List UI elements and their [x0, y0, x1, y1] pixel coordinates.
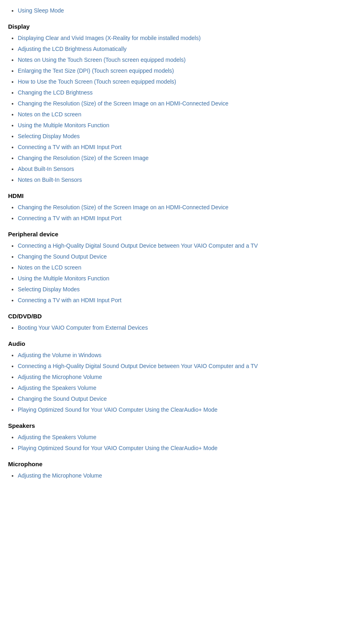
- section-header-microphone: Microphone: [8, 461, 331, 467]
- link[interactable]: How to Use the Touch Screen (Touch scree…: [18, 78, 176, 85]
- link[interactable]: About Built-In Sensors: [18, 166, 74, 172]
- list-item: Displaying Clear and Vivid Images (X-Rea…: [18, 34, 331, 42]
- section-list-peripheral: Connecting a High-Quality Digital Sound …: [8, 242, 331, 305]
- list-item: Changing the Sound Output Device: [18, 253, 331, 261]
- list-item: How to Use the Touch Screen (Touch scree…: [18, 78, 331, 86]
- list-item: Notes on the LCD screen: [18, 110, 331, 119]
- link[interactable]: Adjusting the LCD Brightness Automatical…: [18, 46, 126, 52]
- list-item: Adjusting the Microphone Volume: [18, 373, 331, 381]
- section-header-peripheral: Peripheral device: [8, 231, 331, 238]
- link[interactable]: Connecting a TV with an HDMI Input Port: [18, 144, 122, 150]
- list-item: Using the Multiple Monitors Function: [18, 274, 331, 283]
- list-item: Connecting a TV with an HDMI Input Port: [18, 214, 331, 223]
- link[interactable]: Connecting a High-Quality Digital Sound …: [18, 242, 258, 249]
- list-item: Adjusting the Microphone Volume: [18, 471, 331, 480]
- list-item: Selecting Display Modes: [18, 285, 331, 294]
- list-item: Enlarging the Text Size (DPI) (Touch scr…: [18, 67, 331, 75]
- link[interactable]: Changing the Sound Output Device: [18, 396, 107, 402]
- link[interactable]: Adjusting the Speakers Volume: [18, 434, 97, 440]
- list-item: Notes on Built-In Sensors: [18, 176, 331, 184]
- link[interactable]: Changing the Sound Output Device: [18, 253, 107, 260]
- section-list-microphone: Adjusting the Microphone Volume: [8, 471, 331, 480]
- link[interactable]: Changing the Resolution (Size) of the Sc…: [18, 204, 228, 210]
- link[interactable]: Playing Optimized Sound for Your VAIO Co…: [18, 445, 217, 451]
- link[interactable]: Selecting Display Modes: [18, 133, 80, 139]
- list-item: Adjusting the Speakers Volume: [18, 433, 331, 442]
- link[interactable]: Using Sleep Mode: [18, 7, 64, 14]
- list-item: Connecting a High-Quality Digital Sound …: [18, 242, 331, 250]
- list-item: Changing the Resolution (Size) of the Sc…: [18, 99, 331, 108]
- list-item: Changing the LCD Brightness: [18, 88, 331, 97]
- list-item: Playing Optimized Sound for Your VAIO Co…: [18, 444, 331, 452]
- section-header-audio: Audio: [8, 340, 331, 347]
- list-item: Notes on Using the Touch Screen (Touch s…: [18, 56, 331, 64]
- section-header-speakers: Speakers: [8, 422, 331, 429]
- link[interactable]: Notes on Built-In Sensors: [18, 177, 82, 183]
- link[interactable]: Changing the LCD Brightness: [18, 89, 93, 96]
- link[interactable]: Connecting a TV with an HDMI Input Port: [18, 215, 122, 221]
- list-item: Connecting a TV with an HDMI Input Port: [18, 143, 331, 152]
- link[interactable]: Adjusting the Speakers Volume: [18, 385, 97, 391]
- list-item: Connecting a TV with an HDMI Input Port: [18, 296, 331, 305]
- sections-container: DisplayDisplaying Clear and Vivid Images…: [8, 23, 331, 480]
- link[interactable]: Connecting a TV with an HDMI Input Port: [18, 297, 122, 303]
- list-item: Notes on the LCD screen: [18, 263, 331, 272]
- list-item: Changing the Resolution (Size) of the Sc…: [18, 154, 331, 162]
- link[interactable]: Enlarging the Text Size (DPI) (Touch scr…: [18, 67, 174, 74]
- section-list-hdmi: Changing the Resolution (Size) of the Sc…: [8, 203, 331, 223]
- section-list-display: Displaying Clear and Vivid Images (X-Rea…: [8, 34, 331, 184]
- link[interactable]: Using the Multiple Monitors Function: [18, 275, 109, 282]
- link[interactable]: Using the Multiple Monitors Function: [18, 122, 109, 128]
- list-item: Selecting Display Modes: [18, 132, 331, 141]
- link[interactable]: Selecting Display Modes: [18, 286, 80, 293]
- list-item: Adjusting the Speakers Volume: [18, 384, 331, 392]
- section-list-speakers: Adjusting the Speakers VolumePlaying Opt…: [8, 433, 331, 452]
- list-item: Connecting a High-Quality Digital Sound …: [18, 362, 331, 370]
- list-item: About Built-In Sensors: [18, 165, 331, 173]
- section-header-hdmi: HDMI: [8, 192, 331, 199]
- link[interactable]: Adjusting the Volume in Windows: [18, 352, 101, 358]
- link[interactable]: Changing the Resolution (Size) of the Sc…: [18, 155, 149, 161]
- section-list-audio: Adjusting the Volume in WindowsConnectin…: [8, 351, 331, 414]
- link[interactable]: Displaying Clear and Vivid Images (X-Rea…: [18, 35, 201, 41]
- link[interactable]: Notes on the LCD screen: [18, 111, 81, 118]
- link[interactable]: Notes on the LCD screen: [18, 264, 81, 271]
- list-item: Booting Your VAIO Computer from External…: [18, 324, 331, 332]
- list-item: Changing the Sound Output Device: [18, 395, 331, 403]
- list-item: Playing Optimized Sound for Your VAIO Co…: [18, 406, 331, 414]
- link[interactable]: Changing the Resolution (Size) of the Sc…: [18, 100, 228, 107]
- link[interactable]: Booting Your VAIO Computer from External…: [18, 324, 148, 331]
- list-item: Adjusting the Volume in Windows: [18, 351, 331, 360]
- link[interactable]: Adjusting the Microphone Volume: [18, 374, 102, 380]
- list-item: Changing the Resolution (Size) of the Sc…: [18, 203, 331, 212]
- section-list-cddvdbd: Booting Your VAIO Computer from External…: [8, 324, 331, 332]
- section-header-display: Display: [8, 23, 331, 30]
- link[interactable]: Adjusting the Microphone Volume: [18, 472, 102, 479]
- top-links-list: Using Sleep Mode: [8, 6, 331, 15]
- section-header-cddvdbd: CD/DVD/BD: [8, 313, 331, 320]
- list-item: Using Sleep Mode: [18, 6, 331, 15]
- link[interactable]: Playing Optimized Sound for Your VAIO Co…: [18, 406, 217, 413]
- link[interactable]: Connecting a High-Quality Digital Sound …: [18, 363, 258, 369]
- link[interactable]: Notes on Using the Touch Screen (Touch s…: [18, 57, 185, 63]
- list-item: Using the Multiple Monitors Function: [18, 121, 331, 130]
- list-item: Adjusting the LCD Brightness Automatical…: [18, 45, 331, 53]
